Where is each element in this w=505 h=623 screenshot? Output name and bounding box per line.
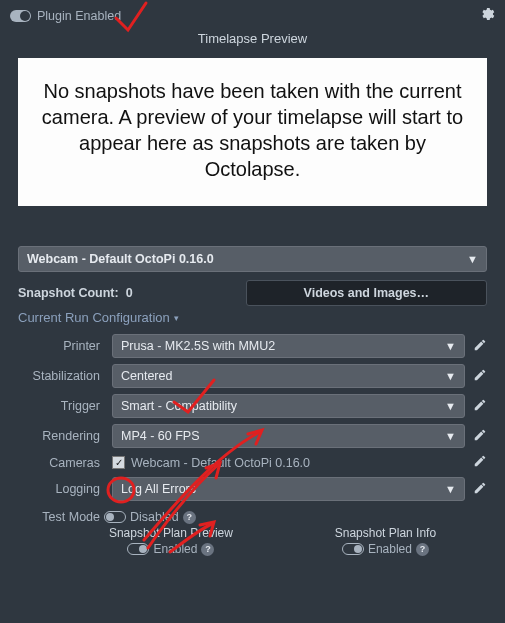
timelapse-preview-title: Timelapse Preview [0, 27, 505, 52]
camera-dropdown[interactable]: Webcam - Default OctoPi 0.16.0 ▼ [18, 246, 487, 272]
snapshot-plan-preview-toggle[interactable]: Enabled ? [127, 542, 214, 556]
chevron-down-icon: ▼ [445, 400, 456, 412]
triangle-down-icon: ▾ [174, 313, 179, 323]
cameras-label: Cameras [18, 456, 104, 470]
toggle-on-icon [342, 543, 364, 555]
chevron-down-icon: ▼ [467, 253, 478, 265]
toggle-on-icon [10, 10, 31, 22]
pencil-icon[interactable] [473, 338, 487, 355]
snapshot-plan-preview-title: Snapshot Plan Preview [109, 526, 233, 540]
preview-empty-message: No snapshots have been taken with the cu… [18, 58, 487, 206]
chevron-down-icon: ▼ [445, 483, 456, 495]
toggle-on-icon [127, 543, 149, 555]
camera-dropdown-value: Webcam - Default OctoPi 0.16.0 [27, 252, 214, 266]
camera-checkbox[interactable]: ✓ [112, 456, 125, 469]
logging-label: Logging [18, 482, 104, 496]
pencil-icon[interactable] [473, 428, 487, 445]
gear-icon[interactable] [479, 6, 495, 25]
help-icon[interactable]: ? [201, 543, 214, 556]
snapshot-plan-info-title: Snapshot Plan Info [335, 526, 436, 540]
help-icon[interactable]: ? [183, 511, 196, 524]
trigger-select[interactable]: Smart - Compatibility ▼ [112, 394, 465, 418]
pencil-icon[interactable] [473, 398, 487, 415]
test-mode-toggle[interactable]: Disabled ? [104, 510, 196, 524]
printer-select[interactable]: Prusa - MK2.5S with MMU2 ▼ [112, 334, 465, 358]
plugin-enabled-toggle[interactable]: Plugin Enabled [10, 9, 121, 23]
chevron-down-icon: ▼ [445, 370, 456, 382]
logging-select[interactable]: Log All Errors ▼ [112, 477, 465, 501]
chevron-down-icon: ▼ [445, 340, 456, 352]
stabilization-label: Stabilization [18, 369, 104, 383]
stabilization-select[interactable]: Centered ▼ [112, 364, 465, 388]
toggle-off-icon [104, 511, 126, 523]
plan-preview-state: Enabled [153, 542, 197, 556]
rendering-select[interactable]: MP4 - 60 FPS ▼ [112, 424, 465, 448]
snapshot-plan-preview-block: Snapshot Plan Preview Enabled ? [109, 526, 233, 556]
trigger-label: Trigger [18, 399, 104, 413]
test-mode-state: Disabled [130, 510, 179, 524]
pencil-icon[interactable] [473, 368, 487, 385]
snapshot-plan-info-toggle[interactable]: Enabled ? [342, 542, 429, 556]
pencil-icon[interactable] [473, 481, 487, 498]
pencil-icon[interactable] [473, 454, 487, 471]
test-mode-label: Test Mode [18, 510, 104, 524]
plugin-enabled-label: Plugin Enabled [37, 9, 121, 23]
videos-and-images-button[interactable]: Videos and Images… [246, 280, 487, 306]
rendering-label: Rendering [18, 429, 104, 443]
current-run-config-header[interactable]: Current Run Configuration ▾ [18, 310, 487, 325]
help-icon[interactable]: ? [416, 543, 429, 556]
chevron-down-icon: ▼ [445, 430, 456, 442]
cameras-value-row: ✓ Webcam - Default OctoPi 0.16.0 [112, 456, 465, 470]
camera-name: Webcam - Default OctoPi 0.16.0 [131, 456, 310, 470]
snapshot-count: Snapshot Count: 0 [18, 286, 236, 300]
snapshot-plan-info-block: Snapshot Plan Info Enabled ? [335, 526, 436, 556]
printer-label: Printer [18, 339, 104, 353]
plan-info-state: Enabled [368, 542, 412, 556]
